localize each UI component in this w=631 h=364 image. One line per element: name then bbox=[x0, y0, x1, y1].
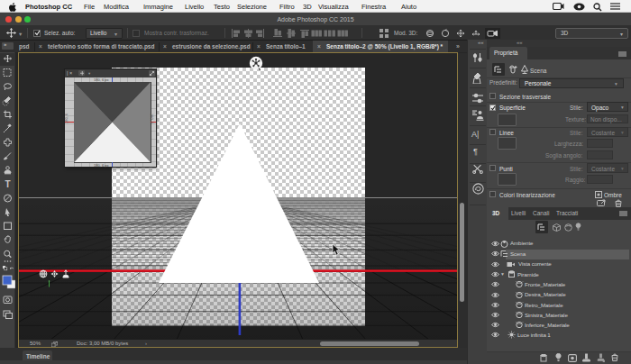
svg-text:T: T bbox=[5, 179, 10, 189]
